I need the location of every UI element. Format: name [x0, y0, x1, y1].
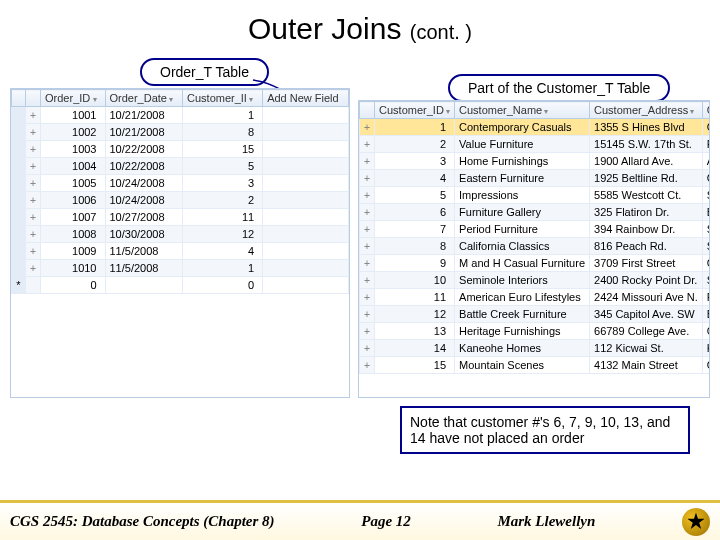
column-header[interactable]: Order_Date [105, 90, 183, 107]
table-cell: 2424 Missouri Ave N. [590, 289, 703, 306]
table-cell: 1 [183, 107, 263, 124]
table-cell: 1009 [41, 243, 105, 260]
table-row[interactable]: +100510/24/20083 [12, 175, 349, 192]
table-cell: + [26, 209, 41, 226]
table-cell: Eastern Furniture [455, 170, 590, 187]
table-row[interactable]: +5Impressions5585 Westcott Ct.Sacrame [360, 187, 711, 204]
table-cell: M and H Casual Furniture [455, 255, 590, 272]
table-cell: + [26, 141, 41, 158]
table-row[interactable]: +12Battle Creek Furniture345 Capitol Ave… [360, 306, 711, 323]
table-cell: + [360, 119, 375, 136]
table-row[interactable]: +100110/21/20081 [12, 107, 349, 124]
column-header[interactable] [360, 102, 375, 119]
table-cell: 1002 [41, 124, 105, 141]
table-cell [263, 124, 349, 141]
table-cell [12, 260, 26, 277]
footer-right: Mark Llewellyn [497, 513, 595, 530]
table-cell [12, 158, 26, 175]
table-cell: 11/5/2008 [105, 243, 183, 260]
table-cell: + [360, 170, 375, 187]
table-cell: 5585 Westcott Ct. [590, 187, 703, 204]
table-cell [12, 175, 26, 192]
table-cell: 15145 S.W. 17th St. [590, 136, 703, 153]
column-header[interactable] [26, 90, 41, 107]
table-row[interactable]: +15Mountain Scenes4132 Main StreetOgden [360, 357, 711, 374]
table-row[interactable]: *00 [12, 277, 349, 294]
table-row[interactable]: +100210/21/20088 [12, 124, 349, 141]
column-header[interactable]: Customer_II [183, 90, 263, 107]
ucf-logo-icon [682, 508, 710, 536]
table-cell: Cortorcel [702, 170, 710, 187]
table-cell: Mountain Scenes [455, 357, 590, 374]
table-cell: 4132 Main Street [590, 357, 703, 374]
table-row[interactable]: +7Period Furniture394 Rainbow Dr.Seattle [360, 221, 711, 238]
table-row[interactable]: +100810/30/200812 [12, 226, 349, 243]
order-table: Order_IDOrder_DateCustomer_IIAdd New Fie… [10, 88, 350, 398]
table-cell: 10/22/2008 [105, 141, 183, 158]
table-cell: 3 [375, 153, 455, 170]
table-cell: 1005 [41, 175, 105, 192]
table-cell: Carlisle [702, 323, 710, 340]
column-header[interactable]: Customer_ID [375, 102, 455, 119]
table-cell: 12 [375, 306, 455, 323]
table-cell: 15 [375, 357, 455, 374]
table-row[interactable]: +101011/5/20081 [12, 260, 349, 277]
table-cell: + [360, 238, 375, 255]
table-row[interactable]: +3Home Furnishings1900 Allard Ave.Albany [360, 153, 711, 170]
table-row[interactable]: +2Value Furniture15145 S.W. 17th St.Plan… [360, 136, 711, 153]
table-row[interactable]: +100310/22/200815 [12, 141, 349, 158]
table-cell: 345 Capitol Ave. SW [590, 306, 703, 323]
column-header[interactable]: Add New Field [263, 90, 349, 107]
table-cell: Seattle [702, 221, 710, 238]
table-cell: Home Furnishings [455, 153, 590, 170]
column-header[interactable] [12, 90, 26, 107]
table-cell: 8 [375, 238, 455, 255]
table-cell: Heritage Furnishings [455, 323, 590, 340]
table-cell: + [26, 226, 41, 243]
table-row[interactable]: +10Seminole Interiors2400 Rocky Point Dr… [360, 272, 711, 289]
table-cell: 394 Rainbow Dr. [590, 221, 703, 238]
column-header[interactable]: Customer_Address [590, 102, 703, 119]
table-cell: Ogden [702, 357, 710, 374]
table-cell: Albany [702, 153, 710, 170]
table-cell [26, 277, 41, 294]
column-header[interactable]: City [702, 102, 710, 119]
table-cell: 4 [183, 243, 263, 260]
table-cell: 1355 S Hines Blvd [590, 119, 703, 136]
column-header[interactable]: Order_ID [41, 90, 105, 107]
table-cell: 1925 Beltline Rd. [590, 170, 703, 187]
table-row[interactable]: +14Kaneohe Homes112 Kicwai St.Kaneohe [360, 340, 711, 357]
table-cell: + [26, 158, 41, 175]
table-row[interactable]: +1Contemporary Casuals1355 S Hines BlvdG… [360, 119, 711, 136]
table-cell: + [360, 204, 375, 221]
table-row[interactable]: +11American Euro Lifestyles2424 Missouri… [360, 289, 711, 306]
table-cell [263, 277, 349, 294]
table-cell: 1004 [41, 158, 105, 175]
table-cell: 325 Flatiron Dr. [590, 204, 703, 221]
table-cell [263, 226, 349, 243]
table-row[interactable]: +100911/5/20084 [12, 243, 349, 260]
table-cell: 1900 Allard Ave. [590, 153, 703, 170]
table-row[interactable]: +100610/24/20082 [12, 192, 349, 209]
table-row[interactable]: +100710/27/200811 [12, 209, 349, 226]
table-cell: Gainesvi [702, 119, 710, 136]
table-cell [263, 107, 349, 124]
table-row[interactable]: +100410/22/20085 [12, 158, 349, 175]
table-cell: 112 Kicwai St. [590, 340, 703, 357]
table-row[interactable]: +8California Classics816 Peach Rd.Santa … [360, 238, 711, 255]
table-cell: 816 Peach Rd. [590, 238, 703, 255]
table-row[interactable]: +13Heritage Furnishings66789 College Ave… [360, 323, 711, 340]
table-cell: Period Furniture [455, 221, 590, 238]
table-cell: + [26, 243, 41, 260]
table-row[interactable]: +9M and H Casual Furniture3709 First Str… [360, 255, 711, 272]
column-header[interactable]: Customer_Name [455, 102, 590, 119]
table-cell: 2 [375, 136, 455, 153]
table-cell [12, 107, 26, 124]
table-cell: Value Furniture [455, 136, 590, 153]
table-cell: 12 [183, 226, 263, 243]
table-cell: Battle Creek Furniture [455, 306, 590, 323]
table-row[interactable]: +6Furniture Gallery325 Flatiron Dr.Bould… [360, 204, 711, 221]
table-cell: + [360, 221, 375, 238]
table-row[interactable]: +4Eastern Furniture1925 Beltline Rd.Cort… [360, 170, 711, 187]
table-cell: Furniture Gallery [455, 204, 590, 221]
